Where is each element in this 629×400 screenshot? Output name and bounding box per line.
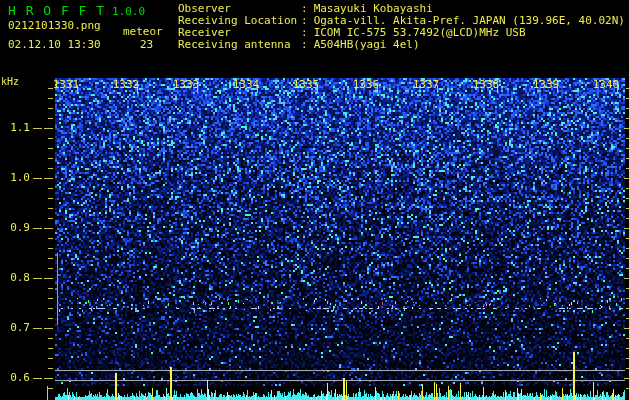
freq-tick-label: 0.9: [0, 222, 30, 233]
time-tick-label: 1334: [231, 79, 261, 90]
output-filename: 0212101330.png: [8, 20, 101, 31]
time-tick-label: 1331: [51, 79, 81, 90]
hrofft-screen: H R O F F T 1.0.0 0212101330.png meteor …: [0, 0, 629, 400]
time-tick-label: 1335: [291, 79, 321, 90]
freq-unit-label: kHz: [1, 77, 19, 87]
info-label: Receiving antenna: [178, 39, 301, 51]
info-value: A504HB(yagi 4el): [308, 38, 420, 51]
time-tick-label: 1333: [171, 79, 201, 90]
freq-tick-label: 0.8: [0, 272, 30, 283]
echo-count: 23: [140, 39, 153, 50]
spectrogram-canvas: [0, 0, 629, 400]
freq-tick-label: 1.1: [0, 122, 30, 133]
time-tick-label: 1338: [471, 79, 501, 90]
info-separator: :: [301, 38, 308, 51]
time-tick-label: 1339: [531, 79, 561, 90]
mode-label: meteor: [123, 26, 163, 37]
app-version: 1.0.0: [112, 6, 145, 17]
time-tick-label: 1332: [111, 79, 141, 90]
timestamp: 02.12.10 13:30: [8, 39, 101, 50]
station-info: Observer:Masayuki KobayashiReceiving Loc…: [178, 3, 625, 51]
time-tick-label: 1340: [591, 79, 621, 90]
time-tick-label: 1336: [351, 79, 381, 90]
time-tick-label: 1337: [411, 79, 441, 90]
station-info-row: Receiving antenna:A504HB(yagi 4el): [178, 39, 625, 51]
freq-tick-label: 0.7: [0, 322, 30, 333]
freq-tick-label: 1.0: [0, 172, 30, 183]
app-title: H R O F F T: [8, 4, 105, 17]
freq-tick-label: 0.6: [0, 372, 30, 383]
